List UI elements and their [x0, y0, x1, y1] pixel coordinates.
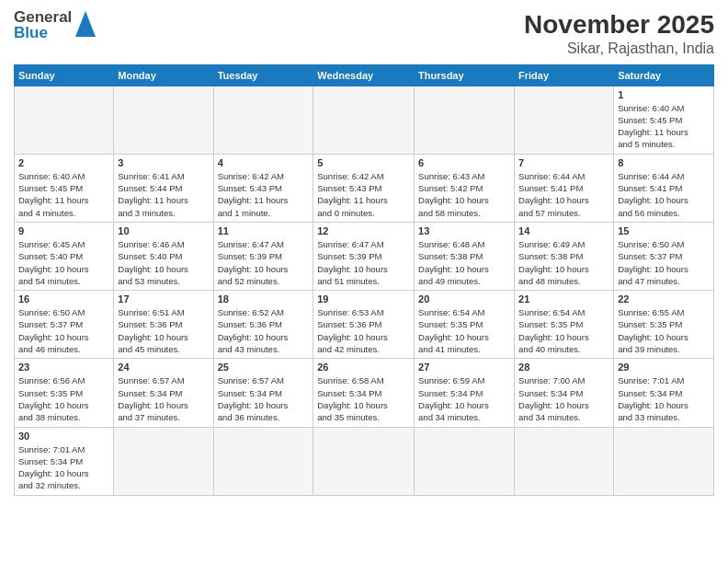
- day-number: 6: [418, 157, 510, 168]
- calendar-cell: 17Sunrise: 6:51 AM Sunset: 5:36 PM Dayli…: [114, 291, 213, 359]
- calendar-subtitle: Sikar, Rajasthan, India: [524, 40, 714, 57]
- calendar-cell: [515, 427, 614, 495]
- day-info: Sunrise: 6:43 AM Sunset: 5:42 PM Dayligh…: [418, 170, 510, 219]
- day-number: 29: [618, 362, 710, 373]
- calendar-cell: 12Sunrise: 6:47 AM Sunset: 5:39 PM Dayli…: [313, 222, 415, 290]
- calendar-week-4: 16Sunrise: 6:50 AM Sunset: 5:37 PM Dayli…: [15, 291, 714, 359]
- calendar-cell: 11Sunrise: 6:47 AM Sunset: 5:39 PM Dayli…: [213, 222, 313, 290]
- day-info: Sunrise: 7:01 AM Sunset: 5:34 PM Dayligh…: [618, 374, 710, 423]
- day-number: 22: [618, 293, 710, 304]
- day-info: Sunrise: 6:59 AM Sunset: 5:34 PM Dayligh…: [418, 374, 510, 423]
- day-number: 8: [618, 157, 710, 168]
- day-info: Sunrise: 6:40 AM Sunset: 5:45 PM Dayligh…: [18, 170, 109, 219]
- calendar-cell: 20Sunrise: 6:54 AM Sunset: 5:35 PM Dayli…: [415, 291, 515, 359]
- calendar-cell: [213, 427, 313, 495]
- day-info: Sunrise: 6:52 AM Sunset: 5:36 PM Dayligh…: [218, 306, 310, 355]
- day-number: 7: [518, 157, 609, 168]
- calendar-cell: 8Sunrise: 6:44 AM Sunset: 5:41 PM Daylig…: [614, 154, 714, 222]
- day-number: 27: [418, 362, 510, 373]
- logo-blue: Blue: [14, 25, 72, 40]
- calendar-cell: 18Sunrise: 6:52 AM Sunset: 5:36 PM Dayli…: [213, 291, 313, 359]
- day-number: 26: [317, 362, 410, 373]
- calendar-week-1: 1Sunrise: 6:40 AM Sunset: 5:45 PM Daylig…: [15, 86, 714, 154]
- day-info: Sunrise: 6:41 AM Sunset: 5:44 PM Dayligh…: [118, 170, 209, 219]
- day-number: 19: [317, 293, 410, 304]
- day-number: 12: [317, 225, 410, 236]
- calendar-week-3: 9Sunrise: 6:45 AM Sunset: 5:40 PM Daylig…: [15, 222, 714, 290]
- svg-marker-0: [75, 11, 96, 37]
- calendar-cell: 25Sunrise: 6:57 AM Sunset: 5:34 PM Dayli…: [213, 359, 313, 427]
- day-info: Sunrise: 6:45 AM Sunset: 5:40 PM Dayligh…: [18, 238, 109, 287]
- calendar-cell: 10Sunrise: 6:46 AM Sunset: 5:40 PM Dayli…: [114, 222, 213, 290]
- calendar-cell: [114, 427, 213, 495]
- header-row: SundayMondayTuesdayWednesdayThursdayFrid…: [15, 64, 714, 86]
- day-header-saturday: Saturday: [614, 64, 714, 86]
- calendar-body: 1Sunrise: 6:40 AM Sunset: 5:45 PM Daylig…: [15, 86, 714, 495]
- day-number: 9: [18, 225, 109, 236]
- logo-general: General: [14, 9, 72, 25]
- day-info: Sunrise: 6:42 AM Sunset: 5:43 PM Dayligh…: [218, 170, 310, 219]
- calendar-cell: 19Sunrise: 6:53 AM Sunset: 5:36 PM Dayli…: [313, 291, 415, 359]
- day-info: Sunrise: 7:00 AM Sunset: 5:34 PM Dayligh…: [518, 374, 609, 423]
- day-info: Sunrise: 7:01 AM Sunset: 5:34 PM Dayligh…: [18, 443, 109, 492]
- calendar-cell: 27Sunrise: 6:59 AM Sunset: 5:34 PM Dayli…: [415, 359, 515, 427]
- calendar-cell: 4Sunrise: 6:42 AM Sunset: 5:43 PM Daylig…: [213, 154, 313, 222]
- calendar-cell: 9Sunrise: 6:45 AM Sunset: 5:40 PM Daylig…: [15, 222, 114, 290]
- calendar-cell: 23Sunrise: 6:56 AM Sunset: 5:35 PM Dayli…: [15, 359, 114, 427]
- calendar-cell: 15Sunrise: 6:50 AM Sunset: 5:37 PM Dayli…: [614, 222, 714, 290]
- day-header-friday: Friday: [515, 64, 614, 86]
- day-number: 3: [118, 157, 209, 168]
- day-header-monday: Monday: [114, 64, 213, 86]
- day-number: 1: [618, 89, 710, 100]
- calendar-cell: 1Sunrise: 6:40 AM Sunset: 5:45 PM Daylig…: [614, 86, 714, 154]
- day-info: Sunrise: 6:40 AM Sunset: 5:45 PM Dayligh…: [618, 102, 710, 151]
- day-info: Sunrise: 6:50 AM Sunset: 5:37 PM Dayligh…: [18, 306, 109, 355]
- day-info: Sunrise: 6:46 AM Sunset: 5:40 PM Dayligh…: [118, 238, 209, 287]
- day-number: 28: [518, 362, 609, 373]
- day-number: 13: [418, 225, 510, 236]
- calendar-cell: 13Sunrise: 6:48 AM Sunset: 5:38 PM Dayli…: [415, 222, 515, 290]
- day-number: 25: [218, 362, 310, 373]
- calendar-cell: [114, 86, 213, 154]
- calendar-cell: 29Sunrise: 7:01 AM Sunset: 5:34 PM Dayli…: [614, 359, 714, 427]
- calendar-cell: [415, 427, 515, 495]
- calendar-cell: [313, 86, 415, 154]
- calendar-cell: [614, 427, 714, 495]
- day-header-tuesday: Tuesday: [213, 64, 313, 86]
- day-number: 17: [118, 293, 209, 304]
- calendar-cell: [15, 86, 114, 154]
- day-info: Sunrise: 6:57 AM Sunset: 5:34 PM Dayligh…: [218, 374, 310, 423]
- calendar-table: SundayMondayTuesdayWednesdayThursdayFrid…: [14, 64, 714, 496]
- day-info: Sunrise: 6:44 AM Sunset: 5:41 PM Dayligh…: [518, 170, 609, 219]
- day-number: 10: [118, 225, 209, 236]
- day-info: Sunrise: 6:48 AM Sunset: 5:38 PM Dayligh…: [418, 238, 510, 287]
- calendar-cell: 2Sunrise: 6:40 AM Sunset: 5:45 PM Daylig…: [15, 154, 114, 222]
- day-number: 24: [118, 362, 209, 373]
- day-number: 2: [18, 157, 109, 168]
- day-number: 20: [418, 293, 510, 304]
- day-header-sunday: Sunday: [15, 64, 114, 86]
- day-info: Sunrise: 6:47 AM Sunset: 5:39 PM Dayligh…: [317, 238, 410, 287]
- page: General Blue November 2025 Sikar, Rajast…: [0, 0, 728, 500]
- calendar-cell: 16Sunrise: 6:50 AM Sunset: 5:37 PM Dayli…: [15, 291, 114, 359]
- day-info: Sunrise: 6:58 AM Sunset: 5:34 PM Dayligh…: [317, 374, 410, 423]
- day-number: 14: [518, 225, 609, 236]
- day-info: Sunrise: 6:54 AM Sunset: 5:35 PM Dayligh…: [518, 306, 609, 355]
- day-number: 21: [518, 293, 609, 304]
- calendar-week-6: 30Sunrise: 7:01 AM Sunset: 5:34 PM Dayli…: [15, 427, 714, 495]
- logo-triangle-icon: [75, 11, 96, 40]
- day-info: Sunrise: 6:55 AM Sunset: 5:35 PM Dayligh…: [618, 306, 710, 355]
- day-info: Sunrise: 6:54 AM Sunset: 5:35 PM Dayligh…: [418, 306, 510, 355]
- calendar-cell: [213, 86, 313, 154]
- day-info: Sunrise: 6:44 AM Sunset: 5:41 PM Dayligh…: [618, 170, 710, 219]
- calendar-cell: 3Sunrise: 6:41 AM Sunset: 5:44 PM Daylig…: [114, 154, 213, 222]
- day-number: 4: [218, 157, 310, 168]
- calendar-cell: 30Sunrise: 7:01 AM Sunset: 5:34 PM Dayli…: [15, 427, 114, 495]
- day-info: Sunrise: 6:51 AM Sunset: 5:36 PM Dayligh…: [118, 306, 209, 355]
- day-header-wednesday: Wednesday: [313, 64, 415, 86]
- day-header-thursday: Thursday: [415, 64, 515, 86]
- day-info: Sunrise: 6:42 AM Sunset: 5:43 PM Dayligh…: [317, 170, 410, 219]
- calendar-cell: 5Sunrise: 6:42 AM Sunset: 5:43 PM Daylig…: [313, 154, 415, 222]
- logo-words: General Blue: [14, 9, 72, 40]
- day-number: 11: [218, 225, 310, 236]
